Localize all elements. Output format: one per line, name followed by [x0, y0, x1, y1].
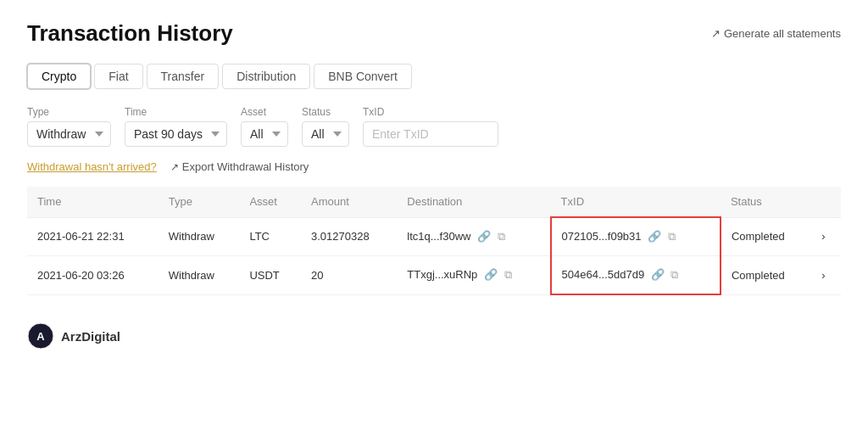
cell-destination-2: TTxgj...xuRNp 🔗 ⧉ — [397, 256, 550, 295]
destination-value-2: TTxgj...xuRNp — [407, 268, 477, 281]
col-asset: Asset — [239, 187, 301, 217]
time-filter-select[interactable]: Past 90 days — [125, 121, 227, 147]
tab-bnb-convert[interactable]: BNB Convert — [314, 64, 412, 89]
destination-value-1: ltc1q...f30ww — [407, 230, 470, 243]
time-filter-label: Time — [125, 106, 227, 118]
asset-filter-label: Asset — [241, 106, 288, 118]
tab-crypto[interactable]: Crypto — [27, 64, 91, 89]
tab-transfer[interactable]: Transfer — [147, 64, 220, 89]
col-status: Status — [721, 187, 811, 217]
export-icon: ↗︎ — [170, 161, 179, 173]
txid-filter-input[interactable] — [363, 121, 498, 147]
destination-link-icon-1[interactable]: 🔗 — [477, 230, 491, 243]
external-link-icon: ↗︎ — [711, 27, 721, 40]
cell-action-1[interactable]: › — [811, 217, 841, 256]
footer-brand: A ArzDigital — [27, 322, 841, 350]
col-txid-label: TxID — [561, 195, 584, 208]
status-filter-select[interactable]: All — [302, 121, 349, 147]
col-destination: Destination — [397, 187, 550, 217]
destination-copy-icon-2[interactable]: ⧉ — [504, 268, 512, 282]
table-row: 2021-06-21 22:31 Withdraw LTC 3.01270328… — [27, 217, 841, 256]
destination-copy-icon-1[interactable]: ⧉ — [498, 230, 505, 243]
txid-value-1: 072105...f09b31 — [562, 230, 642, 243]
col-txid: TxID — [551, 187, 721, 217]
txid-copy-icon-1[interactable]: ⧉ — [668, 230, 676, 243]
type-filter-label: Type — [27, 106, 111, 118]
transactions-table: Time Type Asset Amount Destination TxID … — [27, 187, 841, 295]
action-bar: Withdrawal hasn't arrived? ↗︎ Export Wit… — [27, 160, 841, 173]
filter-bar: Type Withdraw Time Past 90 days Asset Al… — [27, 106, 841, 147]
generate-statements-label: Generate all statements — [724, 27, 841, 40]
status-filter-label: Status — [302, 106, 349, 118]
cell-type-2: Withdraw — [159, 256, 240, 295]
txid-link-icon-1[interactable]: 🔗 — [648, 230, 661, 243]
type-filter-group: Type Withdraw — [27, 106, 111, 147]
brand-name: ArzDigital — [61, 329, 120, 344]
type-filter-select[interactable]: Withdraw — [27, 121, 111, 147]
tab-bar: Crypto Fiat Transfer Distribution BNB Co… — [27, 64, 841, 89]
table-row: 2021-06-20 03:26 Withdraw USDT 20 TTxgj.… — [27, 256, 841, 295]
cell-txid-1: 072105...f09b31 🔗 ⧉ — [551, 217, 721, 256]
cell-status-1: Completed — [721, 217, 811, 256]
cell-amount-1: 3.01270328 — [301, 217, 397, 256]
cell-type-1: Withdraw — [159, 217, 240, 256]
asset-filter-select[interactable]: All — [241, 121, 288, 147]
status-filter-group: Status All — [302, 106, 349, 147]
col-type: Type — [159, 187, 240, 217]
txid-value-2: 504e64...5dd7d9 — [562, 268, 645, 281]
cell-time-1: 2021-06-21 22:31 — [27, 217, 159, 256]
cell-time-2: 2021-06-20 03:26 — [27, 256, 159, 295]
cell-asset-2: USDT — [239, 256, 301, 295]
cell-status-2: Completed — [721, 256, 811, 295]
withdrawal-not-arrived-link[interactable]: Withdrawal hasn't arrived? — [27, 160, 157, 173]
txid-link-icon-2[interactable]: 🔗 — [651, 268, 665, 281]
col-action — [811, 187, 841, 217]
destination-link-icon-2[interactable]: 🔗 — [484, 268, 498, 281]
export-link-label: Export Withdrawal History — [182, 160, 309, 173]
col-amount: Amount — [301, 187, 397, 217]
txid-copy-icon-2[interactable]: ⧉ — [670, 268, 678, 282]
cell-action-2[interactable]: › — [811, 256, 841, 295]
tab-fiat[interactable]: Fiat — [94, 64, 142, 89]
cell-asset-1: LTC — [239, 217, 301, 256]
tab-distribution[interactable]: Distribution — [222, 64, 310, 89]
time-filter-group: Time Past 90 days — [125, 106, 227, 147]
asset-filter-group: Asset All — [241, 106, 288, 147]
cell-txid-2: 504e64...5dd7d9 🔗 ⧉ — [551, 256, 721, 295]
txid-filter-group: TxID — [363, 106, 498, 147]
cell-destination-1: ltc1q...f30ww 🔗 ⧉ — [397, 217, 550, 256]
svg-text:A: A — [36, 330, 45, 343]
page-title: Transaction History — [27, 20, 233, 47]
brand-logo-icon: A — [27, 322, 54, 350]
table-header-row: Time Type Asset Amount Destination TxID … — [27, 187, 841, 217]
export-withdrawal-history-link[interactable]: ↗︎ Export Withdrawal History — [170, 160, 309, 173]
generate-statements-link[interactable]: ↗︎ Generate all statements — [711, 27, 841, 40]
col-time: Time — [27, 187, 159, 217]
cell-amount-2: 20 — [301, 256, 397, 295]
txid-filter-label: TxID — [363, 106, 498, 118]
